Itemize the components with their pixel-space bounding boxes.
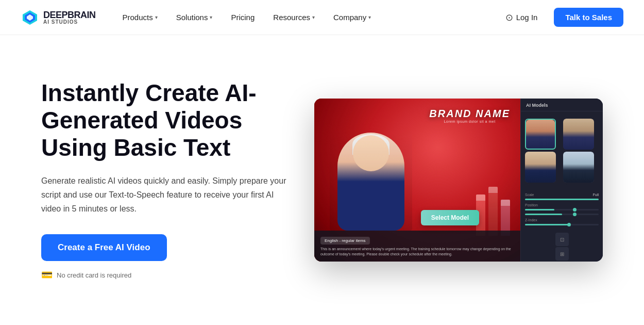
hero-description: Generate realistic AI videos quickly and… xyxy=(41,174,289,216)
nav-item-pricing[interactable]: Pricing xyxy=(223,9,263,26)
slider-fill-x xyxy=(525,209,554,210)
panel-title: AI Models xyxy=(521,103,603,111)
scale-label: Scale xyxy=(525,193,534,197)
panel-icon-1[interactable]: ⊡ xyxy=(555,233,569,246)
chevron-down-icon: ▾ xyxy=(368,14,371,20)
video-main-area: BRAND NAME Lorem ipsum dolor sit a met xyxy=(314,99,520,262)
scale-slider[interactable] xyxy=(525,199,599,200)
slider-thumb-y xyxy=(573,213,577,216)
nav-solutions-label: Solutions xyxy=(176,13,208,22)
select-model-button[interactable]: Select Model xyxy=(421,210,479,225)
hero-left: Instantly Create AI-Generated Videos Usi… xyxy=(41,79,309,281)
panel-controls: Scale Full Position xyxy=(521,191,603,231)
position-label: Position xyxy=(525,203,538,207)
navbar-left: DEEPBRAIN AI STUDIOS Products ▾ Solution… xyxy=(21,8,379,27)
nav-item-products[interactable]: Products ▾ xyxy=(114,9,166,26)
nav-company-label: Company xyxy=(333,13,366,22)
slider-fill xyxy=(525,199,599,200)
position-row: Position xyxy=(525,203,599,207)
nav-resources-label: Resources xyxy=(273,13,310,22)
lipstick-products xyxy=(476,187,510,236)
logo-icon xyxy=(21,8,39,27)
ai-presenter xyxy=(330,127,412,231)
logo-text: DEEPBRAIN AI STUDIOS xyxy=(43,10,96,25)
panel-icon-2[interactable]: ⊞ xyxy=(555,247,569,261)
chevron-down-icon: ▾ xyxy=(155,14,158,20)
slider-thumb-z xyxy=(567,223,571,226)
login-button[interactable]: ⊙ Log In xyxy=(497,8,546,27)
scale-value: Full xyxy=(593,193,599,197)
side-icons: ⊡ ⊞ ≡ xyxy=(521,231,603,262)
presenter-figure xyxy=(337,133,404,231)
model-thumb-1[interactable] xyxy=(525,119,556,150)
login-label: Log In xyxy=(516,13,538,22)
nav-item-solutions[interactable]: Solutions ▾ xyxy=(168,9,221,26)
script-text: This is an announcement where today's ur… xyxy=(320,247,514,257)
zindex-row: Z-Index xyxy=(525,218,599,222)
model-face-1 xyxy=(526,120,555,149)
brand-name-text: BRAND NAME xyxy=(429,108,510,120)
presenter-head xyxy=(353,135,389,171)
no-credit-label: No credit card is required xyxy=(57,271,131,279)
zindex-slider[interactable] xyxy=(525,224,599,225)
create-free-video-button[interactable]: Create a Free AI Video xyxy=(41,234,167,261)
credit-card-icon: 💳 xyxy=(41,269,53,281)
video-bottom-bar: English - regular items This is an annou… xyxy=(314,231,520,262)
hero-section: Instantly Create AI-Generated Videos Usi… xyxy=(0,35,644,325)
model-thumb-3[interactable] xyxy=(525,152,556,183)
scale-row: Scale Full xyxy=(525,193,599,197)
position-slider-x[interactable] xyxy=(525,209,599,210)
no-credit-row: 💳 No credit card is required xyxy=(41,269,309,281)
brand-name: DEEPBRAIN xyxy=(43,10,96,20)
nav-items: Products ▾ Solutions ▾ Pricing Resources… xyxy=(114,9,380,26)
model-face-2 xyxy=(563,119,594,150)
brand-sub: AI STUDIOS xyxy=(43,20,96,25)
language-selector[interactable]: English - regular items xyxy=(320,237,370,245)
chevron-down-icon: ▾ xyxy=(312,14,315,20)
brand-overlay: BRAND NAME Lorem ipsum dolor sit a met xyxy=(429,108,510,123)
language-label: English - regular items xyxy=(325,238,366,243)
logo[interactable]: DEEPBRAIN AI STUDIOS xyxy=(21,8,96,27)
position-slider-y[interactable] xyxy=(525,214,599,215)
nav-item-company[interactable]: Company ▾ xyxy=(325,9,379,26)
slider-fill-z xyxy=(525,224,569,225)
sidebar-panel: AI Models xyxy=(520,99,603,262)
talk-to-sales-button[interactable]: Talk to Sales xyxy=(554,8,623,27)
hero-title: Instantly Create AI-Generated Videos Usi… xyxy=(41,79,309,161)
model-grid xyxy=(521,119,603,183)
navbar: DEEPBRAIN AI STUDIOS Products ▾ Solution… xyxy=(0,0,644,35)
zindex-label: Z-Index xyxy=(525,218,537,222)
slider-thumb-x xyxy=(573,208,577,212)
hero-right: BRAND NAME Lorem ipsum dolor sit a met xyxy=(314,99,603,262)
lipstick-2 xyxy=(488,187,498,236)
brand-sub-text: Lorem ipsum dolor sit a met xyxy=(429,120,510,123)
nav-products-label: Products xyxy=(123,13,153,22)
model-face-4 xyxy=(563,152,594,183)
nav-pricing-label: Pricing xyxy=(231,13,255,22)
model-thumb-2[interactable] xyxy=(563,119,594,150)
product-screenshot: BRAND NAME Lorem ipsum dolor sit a met xyxy=(314,99,603,262)
chevron-down-icon: ▾ xyxy=(210,14,212,20)
model-thumb-4[interactable] xyxy=(563,152,594,183)
navbar-right: ⊙ Log In Talk to Sales xyxy=(497,8,623,27)
model-face-3 xyxy=(525,152,556,183)
user-icon: ⊙ xyxy=(505,12,513,23)
slider-fill-y xyxy=(525,214,562,215)
nav-item-resources[interactable]: Resources ▾ xyxy=(265,9,323,26)
